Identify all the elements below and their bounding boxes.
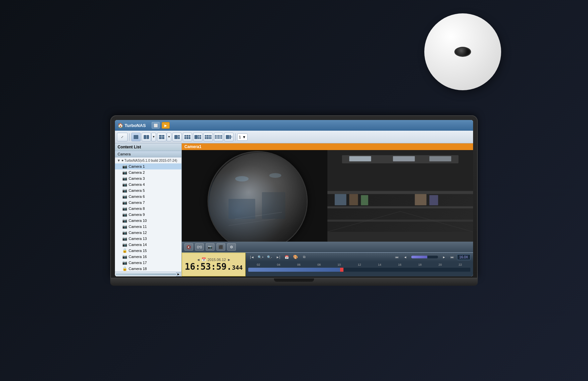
layout-16-button[interactable] (214, 133, 223, 141)
camera-item-9[interactable]: 📷 Camera 9 (115, 212, 181, 218)
timeline-track[interactable] (248, 268, 470, 272)
camera-item-4[interactable]: 📷 Camera 4 (115, 181, 181, 187)
timeline-area[interactable]: 02 04 06 08 10 12 14 16 (246, 262, 473, 276)
layout-expand-button[interactable] (224, 133, 234, 141)
camera-item-18[interactable]: 🔒 Camera 18 (115, 266, 181, 272)
app-logo: 🏠 TurboNAS (118, 123, 146, 128)
fullscreen-button[interactable]: ⤢ (117, 133, 128, 141)
progress-bar[interactable] (411, 256, 438, 258)
split-button[interactable]: ⧉ (300, 254, 308, 260)
camera-label-10: Camera 10 (129, 219, 147, 223)
tree-collapse-icon[interactable]: ▼ (117, 158, 121, 162)
timeline-container: |◄ 🔍+ 🔍- ►| 📅 🎨 ⧉ (246, 253, 473, 276)
camera-item-1[interactable]: 📷 Camera 1 (115, 163, 181, 169)
sidebar: Content List Camera ▼ ■ TurboNAS(v5.1.0 … (115, 143, 182, 276)
next-date-icon[interactable]: ► (227, 258, 231, 262)
layout-6a-button[interactable] (172, 133, 182, 141)
camera-label-14: Camera 14 (129, 243, 147, 247)
video-area: Camera1 (182, 143, 473, 276)
camera-icon-4: 📷 (122, 182, 127, 187)
svg-rect-16 (335, 194, 346, 206)
svg-rect-19 (415, 194, 427, 206)
camera-label-8: Camera 8 (129, 207, 145, 211)
bottom-bar: ◄ 📅 2015.06.12 ► 16:53:59.344 (182, 252, 473, 276)
tree-root-item[interactable]: ▼ ■ TurboNAS(v5.1.0 build 2015-07-24) (115, 157, 181, 163)
speed-display: 16.0X (457, 254, 470, 260)
step-fwd-button[interactable]: ► (440, 254, 448, 260)
camera-item-12[interactable]: 📷 Camera 12 (115, 230, 181, 236)
camera-label-11: Camera 11 (129, 225, 147, 229)
camera-item-13[interactable]: 📷 Camera 13 (115, 236, 181, 242)
transport-bar: |◄ 🔍+ 🔍- ►| 📅 🎨 ⧉ (246, 253, 473, 262)
camera-item-3[interactable]: 📷 Camera 3 (115, 175, 181, 181)
layout-1-arrow[interactable]: ▼ (151, 133, 156, 141)
step-back-button[interactable]: ◄ (402, 254, 409, 260)
layout-9b-button[interactable] (203, 133, 213, 141)
hscrollbar[interactable] (116, 273, 176, 275)
camera-item-17[interactable]: 📷 Camera 17 (115, 260, 181, 266)
date-value: 2015.06.12 (207, 258, 226, 262)
camera-item-6[interactable]: 📷 Camera 6 (115, 194, 181, 200)
step-forward-button[interactable]: ►| (274, 254, 282, 260)
skip-prev-button[interactable]: ⏮ (393, 254, 401, 260)
skip-start-button[interactable]: |◄ (248, 254, 256, 260)
layout-2-arrow[interactable]: ▼ (167, 133, 171, 141)
svg-rect-12 (429, 156, 451, 161)
camera-icon-13: 📷 (122, 236, 127, 241)
play-button[interactable]: ▶ (162, 122, 170, 129)
snapshot-button[interactable]: 📷 (206, 243, 214, 251)
zoom-in-button[interactable]: 🔍+ (257, 254, 264, 260)
camera-icon-16: 📷 (122, 254, 127, 259)
toolbar: ⤢ ▼ (115, 131, 473, 143)
color-button[interactable]: 🎨 (292, 254, 299, 260)
ruler-06: 06 (289, 263, 309, 266)
camera-icon-18: 🔒 (122, 266, 127, 271)
calendar-nav-button[interactable]: 📅 (283, 254, 290, 260)
svg-rect-4 (262, 192, 285, 219)
channel-selector[interactable]: 1 ▼ (237, 133, 248, 141)
scroll-right-arrow[interactable]: ▶ (176, 272, 181, 276)
timeline-playhead[interactable] (340, 268, 343, 272)
mute-button[interactable]: 🔇 (184, 243, 193, 251)
camera-label-15: Camera 15 (129, 249, 147, 253)
ruler-14: 14 (370, 263, 390, 266)
sidebar-hscroll: ▶ (115, 272, 181, 276)
camera-item-11[interactable]: 📷 Camera 11 (115, 224, 181, 230)
camera-icon-2: 📷 (122, 170, 127, 175)
svg-rect-10 (349, 156, 371, 161)
record-button[interactable]: ⬛ (216, 243, 225, 251)
camera-item-14[interactable]: 📷 Camera 14 (115, 242, 181, 248)
camera-item-8[interactable]: 📷 Camera 8 (115, 206, 181, 212)
camera-item-15[interactable]: 🔒 Camera 15 (115, 248, 181, 254)
camera-item-2[interactable]: 📷 Camera 2 (115, 169, 181, 175)
camera-label-16: Camera 16 (129, 255, 147, 259)
layout-9a-button[interactable] (193, 133, 202, 141)
layout-4-button[interactable] (157, 133, 166, 141)
camera-item-16[interactable]: 📷 Camera 16 (115, 254, 181, 260)
time-value: 16:53:59. (185, 262, 232, 272)
audio-button[interactable]: ((•)) (195, 243, 204, 251)
prev-date-icon[interactable]: ◄ (196, 258, 200, 262)
time-display: 16:53:59.344 (185, 262, 243, 272)
skip-next-button[interactable]: ⏭ (449, 254, 456, 260)
nas-icon: ■ (122, 159, 123, 162)
ruler-12: 12 (349, 263, 370, 266)
calendar-icon: 📅 (201, 257, 206, 262)
camera-item-5[interactable]: 📷 Camera 5 (115, 187, 181, 194)
layout-6b-button[interactable] (183, 133, 192, 141)
layout-split-button[interactable] (142, 133, 151, 141)
monitor-button[interactable]: ⬜ (152, 122, 160, 129)
zoom-out-button[interactable]: 🔍- (266, 254, 273, 260)
camera-item-7[interactable]: 📷 Camera 7 (115, 200, 181, 206)
camera-icon-3: 📷 (122, 176, 127, 181)
camera-label-4: Camera 4 (129, 182, 145, 186)
ruler-20: 20 (430, 263, 450, 266)
ruler-10: 10 (329, 263, 349, 266)
camera-item-10[interactable]: 📷 Camera 10 (115, 218, 181, 224)
single-view-button[interactable] (131, 133, 141, 141)
svg-rect-14 (327, 206, 473, 208)
settings-button[interactable]: ⚙ (227, 243, 236, 251)
fisheye-camera-device (424, 13, 501, 90)
camera-icon-17: 📷 (122, 260, 127, 265)
video-frame[interactable]: Mount type ▶ O R (182, 150, 473, 252)
